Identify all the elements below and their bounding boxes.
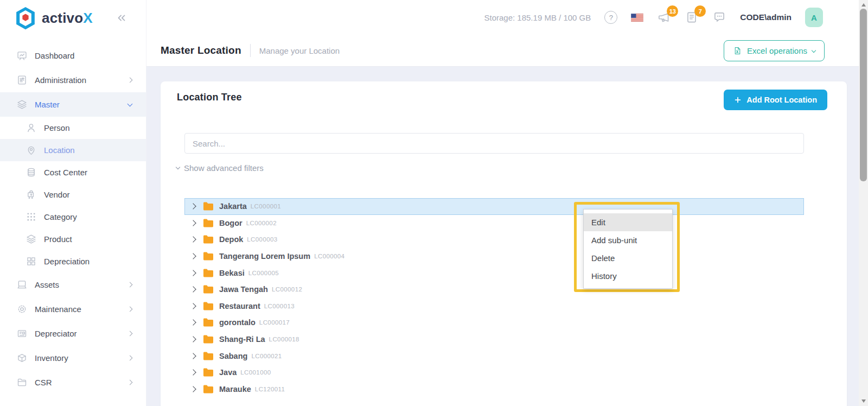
- expand-chevron-icon[interactable]: [190, 270, 196, 276]
- folder-icon: [203, 335, 214, 344]
- sidebar-nav: Dashboard Administration Master: [0, 43, 146, 395]
- context-menu-item-add-sub-unit[interactable]: Add sub-unit: [584, 231, 672, 249]
- sidebar-item-vendor[interactable]: Vendor: [0, 183, 146, 206]
- sidebar-item-csr[interactable]: CSR: [0, 370, 146, 395]
- tree-row-jakarta[interactable]: Jakarta LC000001: [184, 198, 804, 215]
- advanced-filters-label: Show advanced filters: [184, 163, 264, 173]
- csr-icon: [16, 377, 28, 388]
- tree-row-gorontalo[interactable]: gorontalo LC000017: [184, 314, 804, 331]
- announcements-icon[interactable]: 13: [657, 10, 671, 24]
- sidebar-item-label: Dashboard: [35, 51, 128, 60]
- tree-row-depok[interactable]: Depok LC000003: [184, 231, 804, 248]
- location-code: LC000003: [247, 236, 277, 243]
- sidebar-item-depreciation[interactable]: Depreciation: [0, 250, 146, 272]
- cost-center-icon: [25, 167, 37, 178]
- expand-chevron-icon[interactable]: [190, 237, 196, 243]
- tree-row-sabang[interactable]: Sabang LC000021: [184, 347, 804, 364]
- dashboard-icon: [16, 50, 28, 61]
- context-menu-item-edit[interactable]: Edit: [584, 213, 672, 231]
- folder-icon: [203, 318, 214, 327]
- sidebar-item-assets[interactable]: Assets: [0, 272, 146, 297]
- chevron-down-icon: [812, 48, 816, 52]
- scrollbar[interactable]: [859, 0, 868, 406]
- help-icon[interactable]: ?: [604, 11, 617, 24]
- depreciator-icon: [16, 328, 28, 339]
- avatar[interactable]: A: [805, 8, 823, 27]
- location-name: Bekasi: [219, 269, 245, 277]
- location-name: Tangerang Lorem Ipsum: [219, 252, 310, 261]
- chat-icon[interactable]: [712, 10, 726, 24]
- tree-row-restaurant[interactable]: Restaurant LC000013: [184, 298, 804, 315]
- language-flag-icon[interactable]: [631, 14, 643, 22]
- sidebar-item-maintenance[interactable]: Maintenance: [0, 297, 146, 321]
- location-tree-card: Location Tree Add Root Location Show adv…: [161, 81, 847, 406]
- expand-chevron-icon[interactable]: [190, 287, 196, 293]
- scrollbar-down-arrow[interactable]: [861, 399, 866, 403]
- master-icon: [16, 99, 28, 110]
- expand-chevron-icon[interactable]: [190, 353, 196, 359]
- tree-row-marauke[interactable]: Marauke LC120011: [184, 381, 804, 398]
- sidebar-collapse-icon[interactable]: [116, 12, 127, 24]
- sidebar-item-cost-center[interactable]: Cost Center: [0, 161, 146, 183]
- expand-chevron-icon[interactable]: [190, 204, 196, 210]
- sidebar-item-label: Inventory: [35, 353, 128, 363]
- folder-icon: [203, 202, 214, 211]
- expand-chevron-icon[interactable]: [190, 253, 196, 259]
- add-root-location-label: Add Root Location: [746, 96, 817, 104]
- sidebar-item-inventory[interactable]: Inventory: [0, 346, 146, 370]
- location-code: LC000004: [314, 253, 344, 259]
- tree-row-bekasi[interactable]: Bekasi LC000005: [184, 264, 804, 281]
- chevron-icon: [127, 356, 133, 361]
- context-menu: Edit Add sub-unit Delete History: [583, 209, 673, 289]
- expand-chevron-icon[interactable]: [190, 320, 196, 326]
- expand-chevron-icon[interactable]: [190, 303, 196, 309]
- scrollbar-thumb[interactable]: [860, 9, 867, 181]
- location-code: LC000002: [246, 220, 277, 226]
- sidebar-item-master[interactable]: Master: [0, 92, 146, 117]
- expand-chevron-icon[interactable]: [190, 370, 196, 376]
- sidebar-item-dashboard[interactable]: Dashboard: [0, 43, 146, 68]
- activox-logo-icon: [14, 6, 37, 30]
- sidebar-item-person[interactable]: Person: [0, 117, 146, 139]
- person-icon: [25, 122, 37, 134]
- tree-row-java[interactable]: Java LC001000: [184, 364, 804, 381]
- tree-row-tangerang-lorem-ipsum[interactable]: Tangerang Lorem Ipsum LC000004: [184, 248, 804, 265]
- context-menu-item-history[interactable]: History: [584, 267, 672, 285]
- context-menu-item-delete[interactable]: Delete: [584, 249, 672, 267]
- advanced-filters-toggle[interactable]: Show advanced filters: [176, 163, 264, 173]
- add-root-location-button[interactable]: Add Root Location: [724, 90, 827, 110]
- location-name: Sabang: [219, 352, 247, 360]
- folder-icon: [203, 219, 214, 227]
- expand-chevron-icon[interactable]: [190, 386, 196, 392]
- chevron-icon: [127, 282, 133, 288]
- news-icon[interactable]: 7: [685, 10, 699, 24]
- sidebar-item-label: Master: [35, 100, 128, 109]
- page-title-bar: Master Location Manage your Location Exc…: [146, 35, 859, 67]
- sidebar-item-label: Cost Center: [44, 168, 128, 177]
- expand-chevron-icon[interactable]: [190, 220, 196, 226]
- folder-icon: [203, 302, 214, 310]
- sidebar-item-product[interactable]: Product: [0, 228, 146, 250]
- tree-row-bogor[interactable]: Bogor LC000002: [184, 215, 804, 232]
- sidebar-item-administration[interactable]: Administration: [0, 68, 146, 92]
- expand-chevron-icon[interactable]: [190, 336, 196, 342]
- folder-icon: [203, 252, 214, 261]
- tree-row-jawa-tengah[interactable]: Jawa Tengah LC000012: [184, 281, 804, 298]
- sidebar-item-location[interactable]: Location: [0, 139, 146, 161]
- depreciation-icon: [25, 256, 37, 267]
- sidebar-item-category[interactable]: Category: [0, 206, 146, 228]
- card-heading: Location Tree: [177, 92, 242, 103]
- search-input[interactable]: [184, 133, 804, 154]
- chevron-icon: [127, 101, 133, 106]
- location-name: Restaurant: [219, 302, 260, 310]
- user-menu[interactable]: CODE\admin: [740, 12, 792, 22]
- location-code: LC000005: [248, 270, 279, 276]
- location-code: LC001000: [240, 369, 271, 376]
- sidebar: activoX Dashboard Administration: [0, 0, 146, 406]
- top-header: Storage: 185.19 MB / 100 GB ? 13 7 CODE\…: [146, 0, 859, 35]
- sidebar-item-depreciator[interactable]: Depreciator: [0, 321, 146, 346]
- scrollbar-up-arrow[interactable]: [861, 3, 866, 7]
- tree-row-shang-ri-la[interactable]: Shang-Ri La LC000018: [184, 331, 804, 348]
- excel-operations-button[interactable]: Excel operations: [724, 40, 825, 61]
- location-code: LC000012: [272, 286, 302, 293]
